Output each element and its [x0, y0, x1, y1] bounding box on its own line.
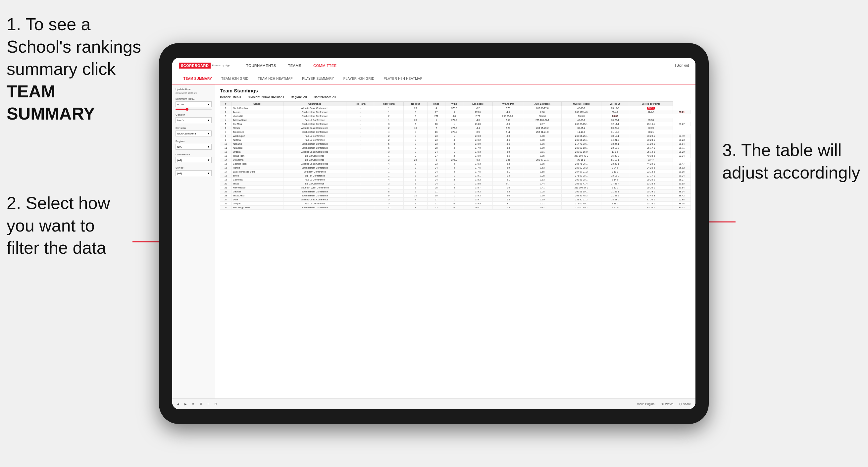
subnav-player-h2h-heatmap[interactable]: PLAYER H2H HEATMAP — [379, 73, 427, 85]
table-filters: Gender: Men's Division: NCAA Division I … — [220, 95, 691, 99]
share-btn[interactable]: ⬡ Share — [678, 402, 692, 406]
col-avg-low: Avg. Low Rds. — [523, 102, 562, 106]
nav-teams[interactable]: TEAMS — [282, 58, 307, 73]
table-row: 12VirginiaAtlantic Coast Conference-3824… — [220, 150, 691, 154]
table-row: 7TennesseeSoutheastern Conference-481627… — [220, 130, 691, 134]
table-row: 1North CarolinaAtlantic Coast Conference… — [220, 106, 691, 110]
sidebar-region: Region N/A ▼ — [176, 140, 212, 150]
subnav-player-h2h-grid[interactable]: PLAYER H2H GRID — [339, 73, 379, 85]
table-area: Team Standings Gender: Men's Division: N… — [215, 85, 695, 399]
nav-links: TOURNAMENTS TEAMS COMMITTEE — [240, 58, 675, 73]
col-vs-top25: Vs Top 25 — [601, 102, 629, 106]
table-row: 6FloridaAtlantic Coast Conference-210727… — [220, 126, 691, 130]
filter-conference: Conference: All — [314, 95, 336, 99]
col-rnds: Rnds — [428, 102, 445, 106]
conference-select[interactable]: (All) ▼ — [176, 157, 212, 163]
table-title: Team Standings — [220, 88, 691, 93]
tablet: SCOREBOARD Powered by clippi TOURNAMENTS… — [159, 43, 709, 424]
sidebar-minimum: Minimum Rou... 0 - 30 ▼ — [176, 97, 212, 110]
sign-out-link[interactable]: | Sign out — [675, 64, 689, 67]
filter-division: Division: NCAA Division I — [248, 95, 284, 99]
table-row: 15Georgia TechAtlantic Coast Conference-… — [220, 162, 691, 166]
table-row: 3VanderbiltSoutheastern Conference-25271… — [220, 114, 691, 118]
logo-area: SCOREBOARD Powered by clippi — [179, 63, 230, 68]
toolbar-back[interactable]: ◀ — [176, 402, 181, 406]
col-avg-par: Avg. to Par — [492, 102, 523, 106]
table-row: 24DukeAtlantic Coast Conference-59271279… — [220, 198, 691, 202]
gender-select[interactable]: Men's ▼ — [176, 117, 212, 123]
minimum-slider[interactable] — [176, 108, 212, 110]
sidebar-update: Update time: 27/03/2024 16:56:26 — [176, 88, 212, 94]
logo: SCOREBOARD — [179, 63, 211, 68]
toolbar-forward[interactable]: ▶ — [183, 402, 188, 406]
toolbar-view-area: View: Original 👁 Watch ⬡ Share — [636, 402, 692, 406]
tablet-screen: SCOREBOARD Powered by clippi TOURNAMENTS… — [172, 58, 695, 409]
sidebar-conference: Conference (All) ▼ — [176, 153, 212, 163]
table-header-row: # School Conference Reg Rank Conf Rank N… — [220, 102, 691, 106]
table-row: 2AuburnSoutheastern Conference-19276273.… — [220, 110, 691, 114]
col-conf-rank: Conf Rank — [374, 102, 403, 106]
table-row: 20TexasBig 12 Conference-38241278.80.71.… — [220, 182, 691, 186]
table-row: 19CaliforniaPac-12 Conference-48242278.2… — [220, 178, 691, 182]
toolbar-clock[interactable]: ⏱ — [213, 402, 219, 406]
table-scroll-area[interactable]: # School Conference Reg Rank Conf Rank N… — [220, 101, 691, 395]
table-row: 8WashingtonPac-12 Conference-28231276.3-… — [220, 134, 691, 138]
col-conference: Conference — [283, 102, 346, 106]
instruction-3: 3. The table will adjust accordingly — [722, 139, 861, 184]
table-row: 25OregonPac-12 Conference-57210279.5-3.1… — [220, 202, 691, 206]
toolbar-copy[interactable]: ⧉ — [199, 401, 203, 406]
subnav-team-h2h-grid[interactable]: TEAM H2H GRID — [217, 73, 253, 85]
filter-region: Region: All — [291, 95, 307, 99]
table-row: 11ArkansasSoutheastern Conference-682842… — [220, 146, 691, 150]
instruction-2: 2. Select how you want to filter the dat… — [7, 192, 146, 259]
col-school: School — [231, 102, 283, 106]
school-select[interactable]: (All) ▼ — [176, 170, 212, 176]
table-row: 26Mississippi StateSoutheastern Conferen… — [220, 206, 691, 210]
table-row: 13Texas TechBig 12 Conference-19272276.0… — [220, 154, 691, 158]
minimum-input[interactable]: 0 - 30 ▼ — [176, 101, 212, 107]
table-row: 16FloridaSoutheastern Conference-7924427… — [220, 166, 691, 170]
sidebar-division: Division NCAA Division I ▼ — [176, 126, 212, 136]
subnav-team-h2h-heatmap[interactable]: TEAM H2H HEATMAP — [253, 73, 298, 85]
watch-btn[interactable]: 👁 Watch — [660, 402, 675, 406]
table-row: 23Texas A&MSoutheastern Conference-91030… — [220, 194, 691, 198]
region-select[interactable]: N/A ▼ — [176, 144, 212, 150]
col-reg-rank: Reg Rank — [346, 102, 374, 106]
table-row: 14OklahomaBig 12 Conference-2242276.9-5.… — [220, 158, 691, 162]
nav-bar: SCOREBOARD Powered by clippi TOURNAMENTS… — [172, 58, 695, 73]
table-row: 22GeorgiaSoutheastern Conference-8721127… — [220, 190, 691, 194]
toolbar-add[interactable]: + — [206, 402, 210, 406]
sidebar-school: School (All) ▼ — [176, 166, 212, 176]
table-row: 17East Tennessee StateSouthern Conferenc… — [220, 170, 691, 174]
logo-subtitle: Powered by clippi — [212, 64, 230, 67]
filter-gender: Gender: Men's — [220, 95, 241, 99]
subnav-player-summary[interactable]: PLAYER SUMMARY — [298, 73, 339, 85]
table-row: 21New MexicoMountain West Conference-192… — [220, 186, 691, 190]
view-original-btn[interactable]: View: Original — [636, 402, 656, 406]
col-adj-score: Adj. Score — [463, 102, 492, 106]
table-row: 5Ole MissSoutheastern Conference-3618127… — [220, 122, 691, 126]
table-row: 18IllinoisBig Ten Conference-18231279.1-… — [220, 174, 691, 178]
standings-table: # School Conference Reg Rank Conf Rank N… — [220, 101, 691, 210]
sidebar-gender: Gender Men's ▼ — [176, 113, 212, 123]
col-vs-top50: Vs Top 50 Points — [629, 102, 673, 106]
table-row: 9ArizonaPac-12 Conference-28234276.2-4.6… — [220, 138, 691, 142]
bottom-toolbar: ◀ ▶ ↺ ⧉ + ⏱ View: Original 👁 Watch ⬡ Sha… — [172, 399, 695, 409]
nav-tournaments[interactable]: TOURNAMENTS — [240, 58, 282, 73]
sub-nav: TEAM SUMMARY TEAM H2H GRID TEAM H2H HEAT… — [172, 73, 695, 85]
col-wins: Wins — [445, 102, 463, 106]
subnav-team-summary[interactable]: TEAM SUMMARY — [179, 73, 217, 85]
main-content: Update time: 27/03/2024 16:56:26 Minimum… — [172, 85, 695, 399]
instruction-1: 1. To see a School's rankings summary cl… — [7, 13, 146, 125]
table-row: 10AlabamaSoutheastern Conference-5823327… — [220, 142, 691, 146]
col-rank: # — [220, 102, 231, 106]
col-no-tour: No Tour — [404, 102, 428, 106]
col-overall: Overall Record — [562, 102, 601, 106]
table-row: 4Arizona StatePac-12 Conference-1261274.… — [220, 118, 691, 122]
division-select[interactable]: NCAA Division I ▼ — [176, 130, 212, 136]
sidebar: Update time: 27/03/2024 16:56:26 Minimum… — [172, 85, 215, 399]
toolbar-refresh[interactable]: ↺ — [191, 402, 196, 406]
nav-committee[interactable]: COMMITTEE — [307, 58, 343, 73]
